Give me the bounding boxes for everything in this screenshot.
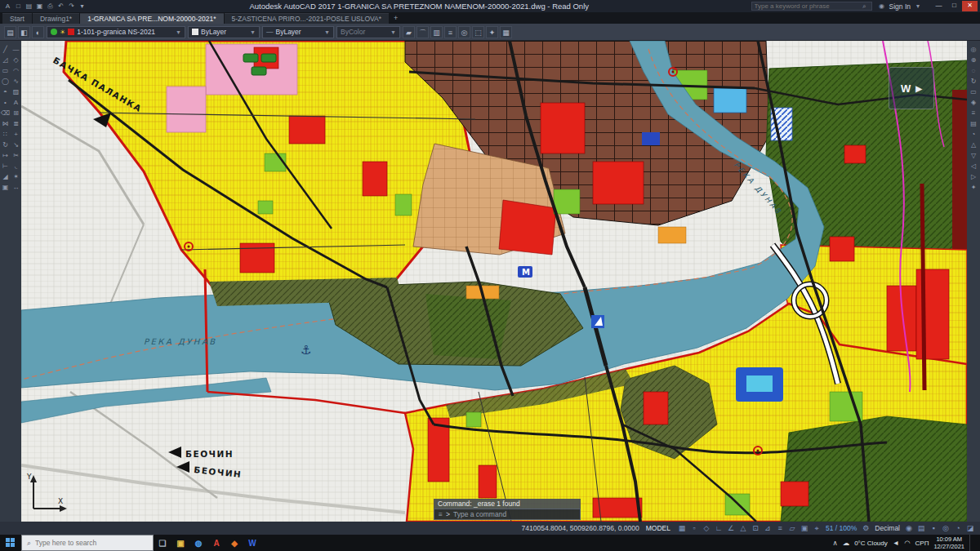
dimension-tool[interactable]: ↔ — [11, 183, 21, 193]
properties-icon[interactable]: ▤ — [969, 119, 978, 129]
arc-tool[interactable]: ◠ — [11, 66, 21, 76]
extend-tool[interactable]: ⊢ — [1, 162, 11, 171]
open-icon[interactable]: ▤ — [24, 1, 34, 11]
edge-browser-icon[interactable]: ◍ — [189, 535, 207, 551]
linetype-control-dropdown[interactable]: — ByLayer ▼ — [262, 26, 334, 38]
task-view-icon[interactable]: ❏ — [154, 535, 172, 551]
redo-icon[interactable]: ↷ — [66, 1, 77, 11]
quick-properties-icon[interactable]: ▤ — [916, 524, 926, 532]
workspace-gear-icon[interactable]: ⚙ — [861, 524, 871, 532]
app-icon-orange[interactable]: ◆ — [225, 535, 243, 551]
measure-icon[interactable]: ⌒ — [416, 26, 429, 38]
spline-tool[interactable]: ∿ — [11, 77, 21, 87]
autocad-app-icon[interactable]: A — [207, 535, 225, 551]
scroll-down-icon[interactable]: ▽ — [969, 151, 978, 161]
construction-line-tool[interactable]: — — [11, 45, 21, 55]
layer-properties-icon[interactable]: ▤ — [4, 26, 16, 38]
speaker-icon[interactable]: ◄ — [893, 539, 899, 547]
binoculars-search-icon[interactable]: ⌕ — [860, 2, 869, 11]
scroll-right-icon[interactable]: ▷ — [969, 172, 978, 182]
layer-walk-icon[interactable]: ◐ — [32, 26, 44, 38]
undo-icon[interactable]: ↶ — [56, 1, 66, 11]
fillet-tool[interactable]: ◟ — [11, 162, 21, 171]
clean-screen-icon[interactable]: ◪ — [965, 524, 975, 532]
move-tool[interactable]: + — [11, 130, 21, 140]
copy-tool[interactable]: ⊞ — [11, 109, 21, 118]
match-properties-icon[interactable]: ▰ — [403, 26, 415, 38]
weather-widget[interactable]: 0°C Cloudy — [854, 540, 888, 547]
command-line-window[interactable]: Command: _erase 1 found ≡ > Type a comma… — [434, 499, 581, 520]
taskbar-search-box[interactable]: ⌕ — [21, 535, 154, 551]
viewport-icon[interactable]: ▭ — [969, 87, 978, 97]
model-space-button[interactable]: MODEL — [644, 524, 673, 532]
close-button[interactable]: ✕ — [962, 1, 978, 11]
lineweight-icon[interactable]: ≡ — [775, 524, 785, 533]
chamfer-tool[interactable]: ◢ — [1, 172, 11, 182]
annotation-scale-button[interactable]: 51 / 100% — [826, 524, 857, 532]
zoom-icon[interactable]: ◌ — [969, 66, 978, 76]
otrack-icon[interactable]: ⊿ — [763, 524, 773, 533]
layers-panel-icon[interactable]: ≡ — [969, 109, 978, 118]
mirror-tool[interactable]: ⋈ — [1, 119, 11, 129]
dynamic-input-icon[interactable]: ⌖ — [812, 524, 822, 533]
viewcube-arrow-icon[interactable]: ▶ — [915, 84, 922, 93]
infer-constraints-icon[interactable]: ◇ — [702, 524, 711, 533]
pan-icon[interactable]: ⊕ — [969, 56, 978, 65]
paste-icon[interactable]: ▥ — [430, 26, 443, 38]
zoning-map[interactable]: ⚓ M БАЧКА ПАЛАНКА РЕКА ДУНАВ РЕКА ДУНАВ … — [21, 41, 967, 522]
grid-icon[interactable]: ▦ — [677, 524, 687, 533]
tab-zasticena[interactable]: 5-ZASTICENA PRIRO...-2021-POSLE USLOVA* — [225, 13, 390, 24]
polygon-tool[interactable]: ◇ — [11, 56, 21, 65]
lock-ui-icon[interactable]: ▪ — [929, 524, 938, 532]
snap-icon[interactable]: ▫ — [689, 524, 699, 533]
action-center-button[interactable] — [969, 535, 978, 551]
network-icon[interactable]: ◠ — [904, 539, 910, 547]
language-indicator[interactable]: СРП — [915, 540, 929, 547]
minimize-button[interactable]: — — [931, 1, 947, 11]
sign-in-button[interactable]: ◉ Sign In ▾ — [874, 2, 926, 11]
save-icon[interactable]: ▣ — [34, 1, 45, 11]
annotation-monitor-icon[interactable]: ◉ — [904, 524, 914, 532]
group-icon[interactable]: ⬚ — [472, 26, 484, 38]
ellipse-tool[interactable]: ◓ — [1, 87, 11, 97]
word-app-icon[interactable]: W — [243, 535, 261, 551]
isolate-objects-icon[interactable]: ◎ — [941, 524, 951, 532]
taskbar-search-input[interactable] — [35, 539, 148, 547]
block-tool[interactable]: ▣ — [1, 183, 11, 193]
tab-drawing1[interactable]: Drawing1* — [33, 13, 79, 24]
isolate-icon[interactable]: ◎ — [458, 26, 470, 38]
file-explorer-icon[interactable]: ▣ — [172, 535, 189, 551]
line-tool[interactable]: ╱ — [1, 45, 11, 55]
viewcube[interactable]: W ▶ — [889, 67, 934, 109]
tab-start[interactable]: Start — [2, 13, 32, 24]
rectangle-tool[interactable]: ▭ — [1, 66, 11, 76]
orbit-icon[interactable]: ↻ — [969, 77, 978, 87]
array-tool[interactable]: ∷ — [1, 130, 11, 140]
quick-access-dropdown-icon[interactable]: ▾ — [77, 1, 87, 11]
maximize-button[interactable]: □ — [947, 1, 962, 11]
color-control-dropdown[interactable]: ByLayer ▼ — [188, 26, 260, 38]
selection-cycling-icon[interactable]: ▣ — [800, 524, 809, 533]
polar-tracking-icon[interactable]: ∠ — [726, 524, 736, 533]
show-motion-icon[interactable]: ◈ — [969, 98, 978, 108]
graphics-performance-icon[interactable]: ◔ — [953, 524, 963, 532]
clipboard-icon[interactable]: ▦ — [500, 26, 512, 38]
navigation-wheel-icon[interactable]: ◎ — [969, 45, 978, 55]
new-tab-button[interactable]: + — [390, 13, 402, 24]
tab-granica-active[interactable]: 1-GRANICA SA PRE...NOM-20000-2021* — [80, 13, 223, 24]
osnap-icon[interactable]: ⊡ — [751, 524, 760, 533]
autocad-logo-icon[interactable]: A — [2, 1, 13, 11]
trim-tool[interactable]: ✂ — [11, 151, 21, 161]
layer-control-dropdown[interactable]: ☀ 1-101-p-granica NS-2021 ▼ — [47, 26, 185, 38]
sheet-set-icon[interactable]: ◔ — [969, 130, 978, 140]
start-button[interactable] — [0, 535, 21, 551]
print-icon[interactable]: ⎙ — [45, 1, 56, 11]
polyline-tool[interactable]: ◿ — [1, 56, 11, 65]
stretch-tool[interactable]: ↦ — [1, 151, 11, 161]
explode-tool[interactable]: ✶ — [11, 172, 21, 182]
clock[interactable]: 10:09 AM 12/27/2021 — [933, 535, 964, 550]
circle-tool[interactable]: ◯ — [1, 77, 11, 87]
scroll-up-icon[interactable]: △ — [969, 140, 978, 150]
command-customize-icon[interactable]: ≡ — [439, 510, 443, 518]
help-search-box[interactable]: ⌕ — [751, 2, 872, 11]
